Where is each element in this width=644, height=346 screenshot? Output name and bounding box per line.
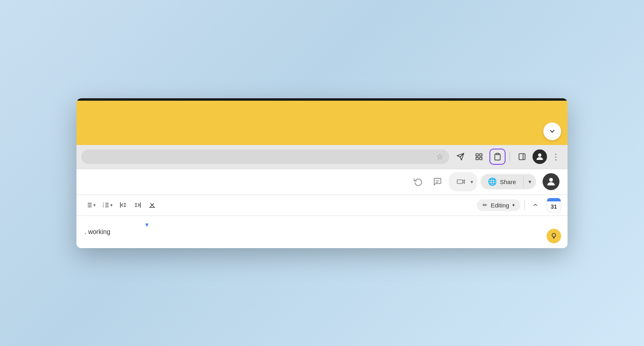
- format-toolbar: ▾ 1 2 3 ▾: [76, 195, 568, 216]
- browser-window: ☆: [76, 98, 568, 248]
- svg-rect-7: [519, 154, 525, 160]
- nav-divider: [510, 152, 510, 162]
- meet-dropdown-button[interactable]: ▾: [471, 179, 473, 185]
- toolbar-actions: ▾ 🌐 Share ▾: [410, 172, 559, 191]
- svg-point-9: [538, 153, 541, 157]
- yellow-header: [76, 101, 568, 145]
- share-label: Share: [500, 178, 516, 185]
- svg-rect-5: [480, 157, 482, 160]
- keep-notification-badge[interactable]: [547, 229, 561, 243]
- slides-button[interactable]: [471, 149, 487, 165]
- doc-content[interactable]: ▼ . working: [76, 216, 568, 248]
- user-avatar-small[interactable]: [533, 149, 547, 164]
- collapse-button[interactable]: [543, 122, 561, 140]
- pencil-icon: ✏: [483, 202, 487, 208]
- decrease-indent-button[interactable]: [117, 199, 130, 211]
- editing-label: Editing: [491, 202, 509, 209]
- address-bar[interactable]: ☆: [81, 149, 449, 164]
- dropdown-chevron-icon: ▾: [512, 203, 515, 208]
- clipboard-button[interactable]: [489, 149, 506, 165]
- nav-bar: ☆: [76, 145, 568, 169]
- svg-point-13: [549, 178, 553, 182]
- svg-rect-6: [496, 153, 499, 155]
- user-avatar-large[interactable]: [543, 173, 559, 190]
- sidebar-toggle-button[interactable]: [514, 149, 530, 165]
- history-button[interactable]: [410, 174, 426, 190]
- nav-icons: ⋮: [452, 149, 563, 165]
- share-dropdown-button[interactable]: ▾: [523, 175, 536, 188]
- meet-button[interactable]: [453, 174, 469, 190]
- svg-rect-4: [476, 157, 479, 160]
- collapse-toolbar-button[interactable]: [529, 199, 542, 211]
- more-icon: ⋮: [552, 152, 560, 161]
- comments-button[interactable]: [429, 174, 446, 190]
- star-icon[interactable]: ☆: [436, 152, 444, 162]
- svg-rect-2: [476, 154, 479, 156]
- svg-rect-3: [480, 154, 482, 156]
- docs-toolbar: ▾ 🌐 Share ▾: [76, 169, 568, 195]
- cursor-caret: ▼: [144, 222, 150, 228]
- doc-text: . working: [85, 228, 110, 236]
- send-button[interactable]: [452, 149, 469, 165]
- globe-icon: 🌐: [488, 177, 497, 186]
- calendar-date: 31: [551, 201, 557, 212]
- clear-formatting-button[interactable]: [146, 199, 159, 211]
- meet-group: ▾: [449, 172, 477, 191]
- calendar-badge[interactable]: 31: [547, 198, 561, 212]
- more-options-button[interactable]: ⋮: [549, 150, 563, 163]
- ordered-list-dropdown[interactable]: 1 2 3 ▾: [100, 200, 115, 210]
- editing-mode-dropdown[interactable]: ✏ Editing ▾: [477, 199, 520, 211]
- share-button[interactable]: 🌐 Share: [481, 174, 523, 189]
- svg-text:3: 3: [103, 206, 104, 208]
- svg-rect-12: [457, 180, 463, 183]
- format-divider: [524, 200, 525, 210]
- list-dropdown[interactable]: ▾: [83, 200, 98, 210]
- increase-indent-button[interactable]: [131, 199, 144, 211]
